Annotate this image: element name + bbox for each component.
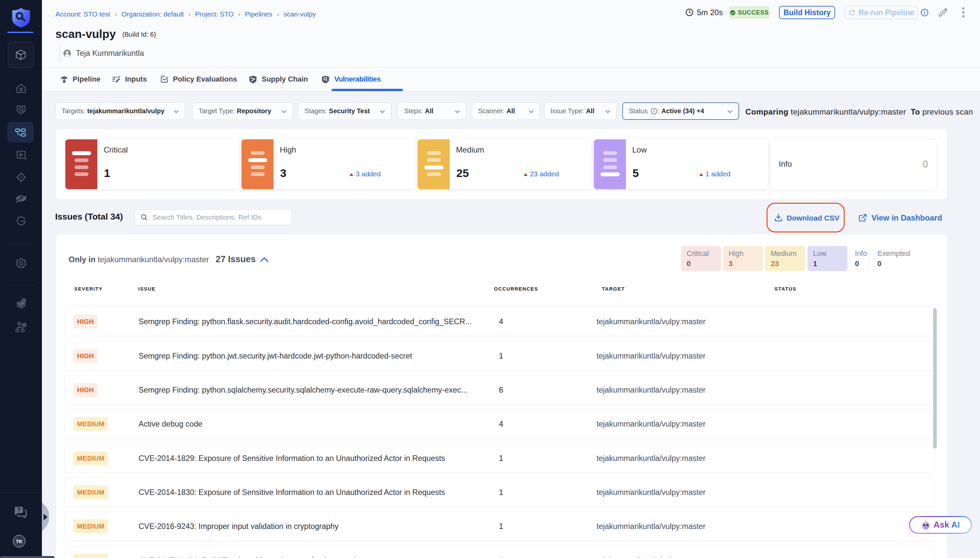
svg-text:?: ? <box>17 506 21 513</box>
